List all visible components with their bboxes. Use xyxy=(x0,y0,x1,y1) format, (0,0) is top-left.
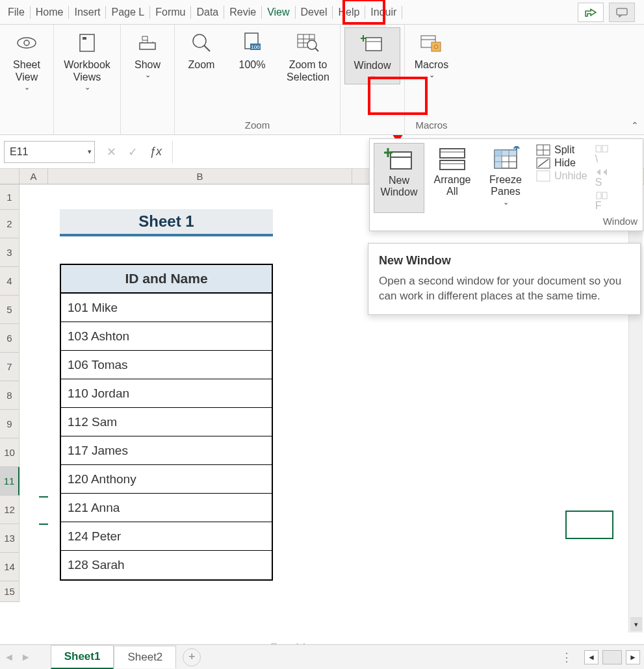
table-row[interactable]: 120 Anthony xyxy=(61,465,272,494)
select-all-corner[interactable] xyxy=(0,169,19,184)
table-row[interactable]: 112 Sam xyxy=(61,408,272,436)
tab-data[interactable]: Data xyxy=(191,3,224,22)
svg-rect-34 xyxy=(440,149,465,158)
magnifier-icon xyxy=(190,31,213,55)
svg-rect-5 xyxy=(140,43,155,49)
sheet-tab-sheet1[interactable]: Sheet1 xyxy=(51,645,114,670)
name-box-value: E11 xyxy=(10,146,28,158)
sheet-view-button[interactable]: Sheet View⌄ xyxy=(4,27,49,96)
unhide-label: Unhide xyxy=(554,170,587,182)
new-window-icon xyxy=(361,32,384,55)
ribbon-body: Sheet View⌄ Workbook Views⌄ Show⌄ Zoom xyxy=(0,25,644,135)
tab-page-layout[interactable]: Page L xyxy=(106,3,149,22)
svg-point-20 xyxy=(307,40,316,49)
svg-rect-28 xyxy=(431,42,441,51)
row-header[interactable]: 7 xyxy=(0,353,19,381)
sheet-nav-next[interactable]: ► xyxy=(21,651,31,663)
table-row[interactable]: 124 Peter xyxy=(61,522,272,551)
tab-home[interactable]: Home xyxy=(31,3,69,22)
svg-point-2 xyxy=(24,40,29,45)
sheet-tab-sheet2[interactable]: Sheet2 xyxy=(114,646,176,668)
view-side-cut-1: \ xyxy=(595,144,610,165)
arrange-all-button[interactable]: Arrange All xyxy=(427,143,478,213)
zoom-label: Zoom xyxy=(188,58,215,71)
tab-formulas[interactable]: Formu xyxy=(150,3,190,22)
tab-review[interactable]: Revie xyxy=(224,3,261,22)
sheet-nav-prev[interactable]: ◄ xyxy=(4,651,14,663)
table-row[interactable]: 103 Ashton xyxy=(61,322,272,351)
tab-developer[interactable]: Devel xyxy=(296,3,333,22)
svg-rect-51 xyxy=(537,171,550,181)
svg-text:✱: ✱ xyxy=(513,146,521,152)
row-header[interactable]: 3 xyxy=(0,238,19,267)
page-icon xyxy=(75,31,99,55)
row-header[interactable]: 9 xyxy=(0,410,19,438)
row-header[interactable]: 2 xyxy=(0,210,19,238)
workbook-views-button[interactable]: Workbook Views⌄ xyxy=(58,27,116,96)
table-row[interactable]: 121 Anna xyxy=(61,494,272,522)
highlight-view-tab xyxy=(342,0,385,25)
row-header[interactable]: 6 xyxy=(0,324,19,353)
scroll-down-button[interactable]: ▾ xyxy=(630,617,642,631)
svg-rect-22 xyxy=(366,38,381,51)
col-header-a[interactable]: A xyxy=(19,169,48,184)
zoom-100-button[interactable]: 100 100% xyxy=(229,27,275,75)
hscroll-track[interactable] xyxy=(602,650,622,664)
svg-rect-9 xyxy=(142,36,148,40)
row-header[interactable]: 1 xyxy=(0,184,19,210)
tab-insert[interactable]: Insert xyxy=(69,3,105,22)
svg-rect-0 xyxy=(617,8,627,15)
hscroll-right[interactable]: ► xyxy=(626,650,640,664)
enter-formula-icon: ✓ xyxy=(128,145,138,159)
table-row[interactable]: 110 Jordan xyxy=(61,379,272,408)
new-window-button[interactable]: New Window xyxy=(374,143,424,213)
svg-line-11 xyxy=(204,45,210,51)
col-header-b[interactable]: B xyxy=(48,169,352,184)
fx-icon[interactable]: ƒx xyxy=(149,145,162,158)
tab-view[interactable]: View xyxy=(262,3,294,22)
cancel-formula-icon: ✕ xyxy=(107,145,116,159)
row-header[interactable]: 8 xyxy=(0,381,19,410)
dropdown-group-label: Window xyxy=(370,214,643,231)
row-header[interactable]: 5 xyxy=(0,296,19,324)
svg-rect-3 xyxy=(80,34,94,51)
tab-file[interactable]: File xyxy=(3,3,30,22)
hide-button[interactable]: Hide xyxy=(536,157,587,169)
svg-rect-35 xyxy=(440,160,465,170)
row-header[interactable]: 15 xyxy=(0,581,19,602)
row-header[interactable]: 12 xyxy=(0,496,19,524)
hscroll-left[interactable]: ◄ xyxy=(584,650,599,664)
row-header[interactable]: 11 xyxy=(0,467,19,496)
show-button[interactable]: Show⌄ xyxy=(125,27,170,83)
chevron-down-icon[interactable]: ▾ xyxy=(88,147,92,156)
macros-button[interactable]: Macros⌄ xyxy=(409,27,454,83)
collapse-ribbon-caret[interactable]: ⌃ xyxy=(631,120,639,131)
row-header[interactable]: 13 xyxy=(0,524,19,553)
table-row[interactable]: 106 Tomas xyxy=(61,351,272,379)
hide-icon xyxy=(536,157,550,169)
sheet-tab-options[interactable]: ⋮ xyxy=(561,650,580,664)
split-button[interactable]: Split xyxy=(536,144,587,156)
zoom-button[interactable]: Zoom xyxy=(179,27,224,75)
freeze-panes-button[interactable]: ✱ Freeze Panes⌄ xyxy=(480,143,531,213)
zoom-to-selection-button[interactable]: Zoom to Selection xyxy=(280,27,336,87)
table-row[interactable]: 117 James xyxy=(61,436,272,465)
table-row[interactable]: 101 Mike xyxy=(61,294,272,322)
row-header[interactable]: 10 xyxy=(0,438,19,467)
unhide-icon xyxy=(536,170,550,182)
eye-icon xyxy=(15,31,38,55)
svg-rect-55 xyxy=(602,192,607,199)
row-header[interactable]: 14 xyxy=(0,553,19,581)
svg-point-1 xyxy=(18,38,36,48)
highlight-window-button xyxy=(368,77,428,115)
table-row[interactable]: 128 Sarah xyxy=(61,551,272,579)
split-label: Split xyxy=(554,144,574,156)
new-window-tooltip: New Window Open a second window for your… xyxy=(368,243,641,315)
data-table: ID and Name 101 Mike 103 Ashton 106 Toma… xyxy=(60,264,273,581)
comments-button[interactable] xyxy=(609,3,635,22)
name-box[interactable]: E11▾ xyxy=(4,141,95,163)
add-sheet-button[interactable]: + xyxy=(183,648,201,666)
zoom-to-selection-label: Zoom to Selection xyxy=(281,58,335,83)
row-header[interactable]: 4 xyxy=(0,267,19,296)
share-button[interactable] xyxy=(578,3,604,22)
